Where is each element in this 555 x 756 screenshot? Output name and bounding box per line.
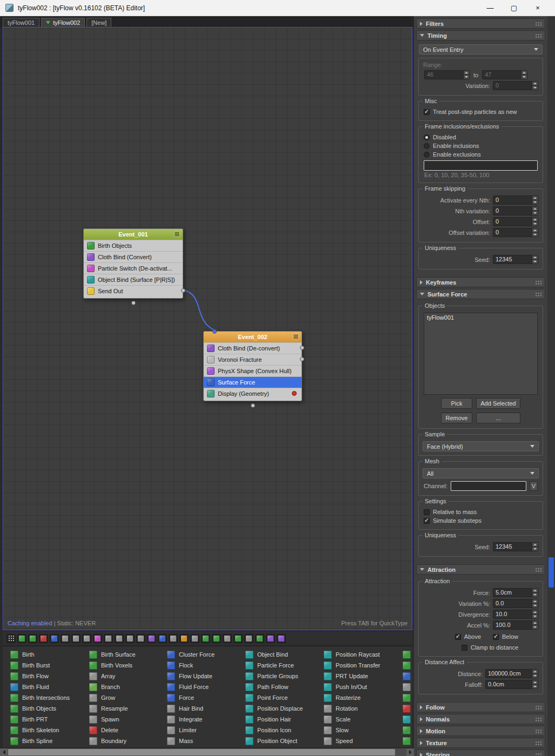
depot-operator[interactable]: Flow Update — [166, 671, 243, 681]
frames-list-input[interactable] — [424, 160, 538, 171]
operator-row[interactable]: PhysX Shape (Convex Hull) — [204, 365, 302, 376]
depot-operator[interactable]: Speed — [323, 735, 399, 746]
spinner[interactable]: 0 — [493, 206, 538, 215]
depot-operator[interactable]: Branch — [88, 681, 165, 692]
object-list-item[interactable]: tyFlow001 — [424, 313, 537, 322]
spinner-arrows[interactable] — [532, 610, 538, 618]
depot-operator[interactable]: Limiter — [166, 725, 243, 735]
depot-operator[interactable]: Object Bind — [244, 649, 321, 660]
toolbar-icon[interactable] — [266, 634, 275, 643]
event-connection-wire[interactable] — [183, 290, 214, 330]
depot-operator[interactable]: Birth Objects — [9, 703, 86, 714]
clamp-to-distance-checkbox[interactable]: Clamp to distance — [462, 644, 518, 651]
depot-operator[interactable] — [402, 725, 414, 735]
rollout-header[interactable]: Follow — [416, 702, 545, 712]
spinner[interactable]: 0 — [493, 195, 538, 205]
spinner[interactable]: 0 — [493, 217, 538, 226]
depot-operator[interactable]: Boundary — [88, 735, 165, 746]
toolbar-icon[interactable] — [82, 634, 91, 643]
toolbar-icon[interactable] — [125, 634, 135, 643]
radio-enable-exclusions[interactable]: Enable exclusions — [424, 151, 538, 158]
depot-operator[interactable]: Birth PRT — [9, 714, 86, 725]
drag-grip-icon[interactable] — [535, 717, 542, 722]
spinner-value[interactable]: 100.0 — [493, 621, 532, 629]
drag-grip-icon[interactable] — [535, 753, 542, 756]
toolbar-icon[interactable] — [104, 634, 113, 643]
toolbar-icon[interactable] — [50, 634, 59, 643]
event-toggle-icon[interactable] — [174, 231, 180, 237]
tab-tyflow002[interactable]: tyFlow002 — [41, 18, 85, 27]
toolbar-icon[interactable] — [71, 634, 81, 643]
toolbar-icon[interactable] — [212, 634, 221, 643]
depot-operator[interactable]: Birth Flow — [9, 671, 86, 681]
depot-operator[interactable]: Birth Surface — [88, 649, 165, 660]
toolbar-icon[interactable] — [39, 634, 48, 643]
radio-disabled[interactable]: Disabled — [424, 134, 538, 140]
channel-input[interactable] — [451, 481, 526, 491]
spinner-arrows[interactable] — [532, 218, 538, 226]
depot-operator[interactable]: Birth Intersections — [9, 692, 86, 703]
depot-operator[interactable]: Cluster Force — [166, 649, 243, 660]
panel-scrollbar[interactable] — [547, 16, 555, 756]
toolbar-icon[interactable] — [28, 634, 37, 643]
depot-operator[interactable]: Particle Groups — [244, 671, 321, 681]
drag-grip-icon[interactable] — [535, 280, 542, 285]
operator-row[interactable]: Birth Objects — [84, 240, 183, 251]
depot-operator[interactable]: Flock — [166, 660, 243, 671]
spinner-value[interactable]: 0 — [493, 82, 532, 90]
panel-button[interactable]: Add Selected — [476, 398, 520, 409]
depot-operator[interactable]: Grow — [88, 692, 165, 703]
spinner-value[interactable]: 100000.0cm — [486, 670, 532, 678]
toolbar-icon[interactable] — [277, 634, 286, 643]
rollout-filters[interactable]: Filters — [416, 18, 545, 29]
spinner[interactable]: 5.0cm — [493, 588, 538, 597]
toolbar-icon[interactable] — [223, 634, 232, 643]
minimize-button[interactable]: — — [478, 0, 502, 16]
spinner-arrows[interactable] — [532, 82, 538, 90]
event-node-002[interactable]: Event_002 Cloth Bind (De-convert) Vorono… — [203, 331, 302, 401]
operator-row[interactable]: Display (Geometry) — [204, 388, 302, 399]
spinner-arrows[interactable] — [521, 71, 527, 79]
drag-grip-icon[interactable] — [535, 22, 542, 26]
spinner-value[interactable]: 0 — [493, 218, 532, 226]
depot-operator[interactable]: PRT Update — [323, 671, 399, 681]
depot-operator[interactable]: Fluid Force — [166, 681, 243, 692]
spinner[interactable]: 10.0 — [493, 610, 538, 619]
depot-operator[interactable]: Spawn — [88, 714, 165, 725]
panel-button[interactable]: Remove — [441, 413, 472, 423]
event-002-bottom-port[interactable] — [251, 403, 255, 408]
spinner-arrows[interactable] — [463, 71, 469, 79]
radio-enable-inclusions[interactable]: Enable inclusions — [424, 143, 538, 149]
tab-tyflow001[interactable]: tyFlow001 — [3, 18, 39, 27]
node-graph-canvas[interactable]: Event_001 Birth Objects Cloth Bind (Conv… — [3, 27, 412, 630]
spinner-value[interactable]: 12345 — [493, 255, 532, 264]
depot-operator[interactable]: Array — [88, 671, 165, 681]
variation-spinner[interactable]: 0 — [493, 81, 538, 90]
toolbar-icon[interactable] — [6, 634, 16, 643]
operator-row[interactable]: Surface Force — [204, 376, 302, 388]
spinner[interactable]: 0.0cm — [485, 680, 538, 689]
toolbar-icon[interactable] — [201, 634, 210, 643]
rollout-header[interactable]: Normals — [416, 714, 545, 724]
spinner[interactable]: 100.0 — [493, 620, 538, 630]
event-node-001[interactable]: Event_001 Birth Objects Cloth Bind (Conv… — [83, 228, 183, 299]
sample-dropdown[interactable]: Face (Hybrid) — [423, 441, 539, 451]
event-002-header[interactable]: Event_002 — [204, 332, 302, 342]
toolbar-icon[interactable] — [190, 634, 199, 643]
scrollbar-thumb[interactable] — [8, 749, 395, 755]
depot-operator[interactable]: Birth Spline — [9, 735, 86, 746]
depot-operator[interactable]: Push In/Out — [323, 681, 399, 692]
spinner-value[interactable]: 0.0 — [493, 599, 532, 608]
spinner-arrows[interactable] — [532, 207, 538, 215]
toolbar-icon[interactable] — [147, 634, 156, 643]
toolbar-icon[interactable] — [233, 634, 243, 643]
spinner-arrows[interactable] — [532, 196, 538, 204]
depot-operator[interactable]: Birth Skeleton — [9, 725, 86, 735]
rollout-surface-force[interactable]: Surface Force — [416, 289, 545, 299]
spinner-arrows[interactable] — [532, 670, 538, 678]
spinner-arrows[interactable] — [532, 599, 538, 608]
range-from-spinner[interactable]: 46 — [424, 70, 470, 79]
spinner-arrows[interactable] — [532, 680, 538, 688]
simulate-substeps-checkbox[interactable]: Simulate substeps — [424, 517, 538, 524]
spinner-value[interactable]: 5.0cm — [493, 589, 532, 597]
